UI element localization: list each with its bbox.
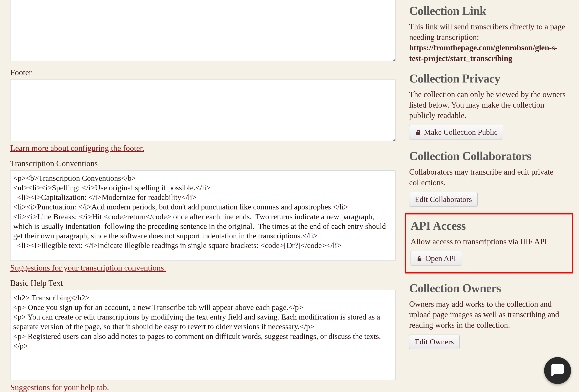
collection-privacy-text: The collection can only be viewed by the… xyxy=(409,89,569,121)
conventions-textarea[interactable]: <p><b>Transcription Conventions</b> <ul>… xyxy=(10,171,395,261)
basic-help-link[interactable]: Suggestions for your help tab. xyxy=(10,383,109,392)
footer-textarea[interactable] xyxy=(10,79,395,141)
conventions-help-link[interactable]: Suggestions for your transcription conve… xyxy=(10,263,166,272)
api-access-heading: API Access xyxy=(411,219,567,232)
make-public-label: Make Collection Public xyxy=(424,128,498,136)
collection-link-prefix: This link will send transcribers directl… xyxy=(409,22,565,42)
footer-help-link[interactable]: Learn more about configuring the footer. xyxy=(10,143,144,153)
collection-link-heading: Collection Link xyxy=(409,4,569,17)
edit-owners-button[interactable]: Edit Owners xyxy=(409,334,460,349)
svg-rect-2 xyxy=(553,366,562,372)
edit-owners-label: Edit Owners xyxy=(415,337,454,346)
sidebar-column: Collection Link This link will send tran… xyxy=(409,0,569,392)
footer-label: Footer xyxy=(10,68,395,77)
basic-help-label: Basic Help Text xyxy=(10,278,395,288)
svg-rect-1 xyxy=(418,259,421,261)
basic-help-textarea[interactable]: <h2> Transcribing</h2> <p> Once you sign… xyxy=(10,290,395,380)
unlock-icon xyxy=(415,129,421,135)
svg-rect-0 xyxy=(416,132,420,135)
collection-collaborators-text: Collaborators may transcribe and edit pr… xyxy=(409,167,569,188)
main-settings-column: Footer Learn more about configuring the … xyxy=(10,0,395,392)
conventions-label: Transcription Conventions xyxy=(10,159,395,168)
api-access-highlight: API Access Allow access to transcription… xyxy=(405,213,573,273)
collection-collaborators-heading: Collection Collaborators xyxy=(409,149,569,163)
collection-link-text: This link will send transcribers directl… xyxy=(409,22,569,64)
open-api-button[interactable]: Open API xyxy=(411,251,462,266)
make-public-button[interactable]: Make Collection Public xyxy=(409,125,503,139)
collection-owners-text: Owners may add works to the collection a… xyxy=(409,299,569,331)
collection-owners-heading: Collection Owners xyxy=(409,281,569,295)
api-access-text: Allow access to transcriptions via IIIF … xyxy=(411,237,567,247)
edit-collaborators-label: Edit Collaborators xyxy=(415,195,472,204)
collection-link-url: https://fromthepage.com/glenrobson/glen-… xyxy=(409,43,558,63)
collection-privacy-heading: Collection Privacy xyxy=(409,72,569,85)
chat-icon xyxy=(551,364,564,378)
description-textarea[interactable] xyxy=(10,0,395,61)
edit-collaborators-button[interactable]: Edit Collaborators xyxy=(409,192,478,207)
unlock-icon xyxy=(416,255,423,262)
open-api-label: Open API xyxy=(425,254,456,263)
chat-widget-button[interactable] xyxy=(544,357,571,384)
